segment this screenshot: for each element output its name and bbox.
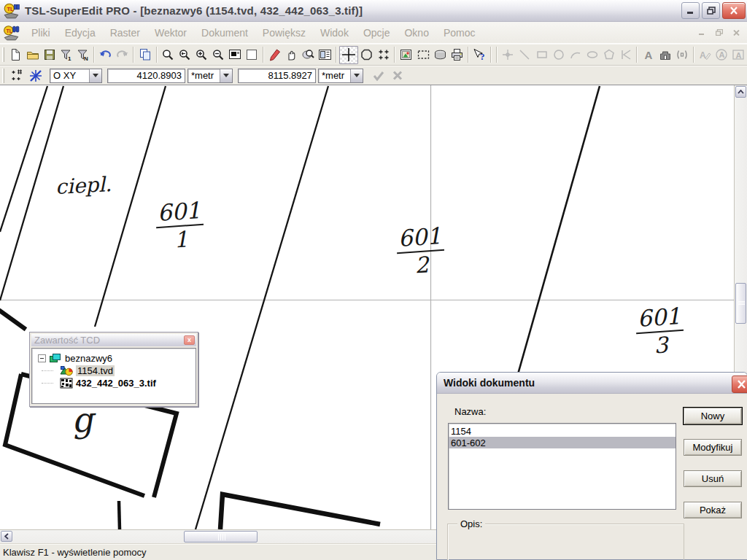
- tcd-panel-titlebar[interactable]: Zawartość TCD: [31, 334, 196, 346]
- menu-pliki[interactable]: Pliki: [24, 24, 58, 42]
- parcel-number: 601: [634, 303, 684, 334]
- new-document-button[interactable]: [7, 45, 24, 64]
- svg-text:?: ?: [480, 51, 485, 62]
- draw-rect-tool[interactable]: [533, 45, 550, 64]
- mdi-minimize-button[interactable]: [695, 27, 708, 38]
- map-label-ciepl: ciepl.: [55, 172, 112, 199]
- snap-grid-icon[interactable]: [7, 66, 26, 85]
- tree-row-root[interactable]: beznazwy6: [38, 352, 196, 365]
- chevron-down-icon[interactable]: [350, 69, 363, 82]
- toolbar-grip[interactable]: [2, 69, 4, 83]
- chevron-down-icon[interactable]: [89, 69, 101, 82]
- tcd-close-button[interactable]: x: [184, 335, 195, 345]
- vertical-scroll-thumb[interactable]: [735, 283, 746, 324]
- modify-view-button[interactable]: Modyfikuj: [684, 439, 742, 456]
- apply-coordinates-button[interactable]: [369, 66, 388, 85]
- y-coordinate-input[interactable]: [238, 69, 316, 83]
- menu-wektor[interactable]: Wektor: [147, 24, 194, 42]
- draw-line-tool[interactable]: [516, 45, 533, 64]
- menu-edycja[interactable]: Edycja: [58, 24, 103, 42]
- tree-root-label[interactable]: beznazwy6: [65, 353, 112, 364]
- zoom-selection-button[interactable]: [300, 45, 317, 64]
- views-listbox[interactable]: 1154 601-602: [448, 423, 676, 510]
- text-circle-tool[interactable]: A: [713, 45, 730, 64]
- scanner-button[interactable]: [432, 45, 449, 64]
- dialog-titlebar[interactable]: Widoki dokumentu: [437, 373, 747, 394]
- draw-point-tool[interactable]: [500, 45, 516, 64]
- selection-rect-button[interactable]: [415, 45, 432, 64]
- text-tool[interactable]: A: [640, 45, 657, 64]
- menu-widok[interactable]: Widok: [313, 24, 356, 42]
- cancel-coordinates-button[interactable]: [388, 66, 407, 85]
- draw-circle-tool[interactable]: [550, 45, 567, 64]
- zoom-in-button[interactable]: [193, 45, 210, 64]
- description-groupbox: Opis:: [447, 524, 684, 560]
- toolbar-separator: [490, 47, 492, 63]
- zoom-out-button[interactable]: [210, 45, 227, 64]
- draw-polyline-tool[interactable]: [617, 45, 634, 64]
- symbol-tool[interactable]: [674, 45, 691, 64]
- context-help-button[interactable]: ?: [471, 45, 488, 64]
- building-tool[interactable]: [657, 45, 674, 64]
- mdi-restore-button[interactable]: [713, 27, 725, 38]
- new-view-button[interactable]: Nowy: [684, 408, 742, 424]
- menu-dokument[interactable]: Dokument: [194, 24, 255, 42]
- menu-pomoc[interactable]: Pomoc: [436, 24, 483, 42]
- pan-hand-button[interactable]: [283, 45, 300, 64]
- x-unit-combo[interactable]: *metr: [187, 69, 233, 83]
- horizontal-scroll-thumb[interactable]: [184, 531, 258, 542]
- draw-pencil-button[interactable]: [266, 45, 283, 64]
- document-icon: TL: [3, 24, 20, 42]
- zoom-tool-button[interactable]: [160, 45, 177, 64]
- open-button[interactable]: [24, 45, 41, 64]
- draw-polygon-tool[interactable]: [600, 45, 617, 64]
- print-button[interactable]: [449, 45, 465, 64]
- tree-raster-label[interactable]: 432_442_063_3.tif: [76, 378, 156, 389]
- panel-layout-button[interactable]: [317, 45, 333, 64]
- coord-mode-combo[interactable]: O XY: [50, 69, 102, 83]
- draw-ellipse-tool[interactable]: [584, 45, 600, 64]
- tree-collapse-icon[interactable]: [38, 354, 46, 362]
- zoom-previous-button[interactable]: [177, 45, 193, 64]
- tree-vector-label[interactable]: 1154.tvd: [76, 365, 115, 376]
- restore-button[interactable]: [702, 2, 720, 19]
- undo-button[interactable]: [97, 45, 114, 64]
- draw-arc-tool[interactable]: [567, 45, 584, 64]
- tree-row-raster[interactable]: 432_442_063_3.tif: [38, 377, 196, 389]
- blank-frame-button[interactable]: [244, 45, 260, 64]
- parcel-601-2-label: 601 2: [395, 222, 446, 279]
- dialog-close-button[interactable]: [732, 376, 747, 393]
- menu-powieksz[interactable]: Powiększ: [255, 24, 313, 42]
- text-edit-tool[interactable]: A: [697, 45, 713, 64]
- image-view-button[interactable]: [398, 45, 414, 64]
- grid-points-button[interactable]: [375, 45, 392, 64]
- mdi-close-button[interactable]: [730, 27, 743, 38]
- chevron-down-icon[interactable]: [220, 69, 232, 82]
- menu-okno[interactable]: Okno: [397, 24, 436, 42]
- redo-button[interactable]: [114, 45, 131, 64]
- lasso-shape-toggle[interactable]: [358, 45, 375, 64]
- close-button[interactable]: [722, 2, 746, 19]
- scroll-left-button[interactable]: [1, 531, 12, 542]
- minimize-button[interactable]: [681, 2, 700, 19]
- menu-raster[interactable]: Raster: [103, 24, 147, 42]
- toolbar-grip[interactable]: [2, 47, 4, 62]
- tcd-panel-title: Zawartość TCD: [34, 335, 100, 346]
- open-first-funnel-button[interactable]: 1: [58, 45, 74, 64]
- scroll-up-button[interactable]: [735, 86, 746, 98]
- y-unit-combo[interactable]: *metr: [318, 69, 363, 83]
- crosshair-cursor-toggle[interactable]: [339, 46, 358, 64]
- x-coordinate-input[interactable]: [107, 69, 185, 83]
- menu-opcje[interactable]: Opcje: [356, 24, 398, 42]
- list-item-selected[interactable]: 601-602: [449, 437, 676, 448]
- zoom-window-button[interactable]: [227, 45, 244, 64]
- open-next-funnel-button[interactable]: N: [74, 45, 91, 64]
- save-button[interactable]: [41, 45, 58, 64]
- tree-row-vector[interactable]: 1154.tvd: [38, 365, 196, 377]
- copy-button[interactable]: [136, 45, 153, 64]
- snap-star-icon[interactable]: [26, 66, 45, 85]
- show-view-button[interactable]: Pokaż: [684, 502, 742, 518]
- text-box-tool[interactable]: A: [730, 45, 747, 64]
- delete-view-button[interactable]: Usuń: [684, 470, 742, 487]
- list-item[interactable]: 1154: [449, 425, 676, 437]
